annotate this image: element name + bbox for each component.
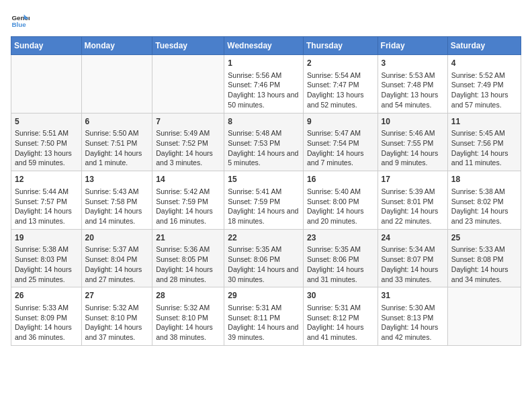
calendar-cell: 18 Sunrise: 5:38 AM Sunset: 8:02 PM Dayl… [447, 171, 521, 230]
daylight-text: Daylight: 14 hours and 33 minutes. [382, 265, 444, 284]
sunrise-text: Sunrise: 5:49 AM [156, 128, 220, 138]
daylight-text: Daylight: 14 hours and 5 minutes. [228, 148, 300, 168]
calendar-cell: 26 Sunrise: 5:33 AM Sunset: 8:09 PM Dayl… [11, 287, 82, 346]
sunrise-text: Sunrise: 5:31 AM [307, 303, 374, 313]
sunset-text: Sunset: 7:59 PM [156, 197, 220, 207]
day-number: 12 [15, 174, 78, 185]
sunset-text: Sunset: 8:11 PM [228, 313, 300, 323]
day-number: 23 [307, 232, 374, 244]
sunset-text: Sunset: 7:51 PM [85, 138, 149, 148]
sunrise-text: Sunrise: 5:33 AM [15, 303, 78, 313]
calendar-cell: 25 Sunrise: 5:33 AM Sunset: 8:08 PM Dayl… [447, 229, 521, 287]
calendar-cell: 2 Sunrise: 5:54 AM Sunset: 7:47 PM Dayli… [303, 55, 378, 113]
calendar-cell: 24 Sunrise: 5:34 AM Sunset: 8:07 PM Dayl… [378, 229, 447, 287]
day-number: 1 [228, 58, 300, 69]
sunrise-text: Sunrise: 5:45 AM [451, 128, 517, 138]
day-number: 2 [307, 58, 374, 69]
calendar-cell [81, 55, 152, 113]
day-number: 9 [307, 116, 374, 128]
daylight-text: Daylight: 14 hours and 11 minutes. [451, 148, 517, 168]
day-number: 20 [85, 232, 149, 244]
daylight-text: Daylight: 14 hours and 23 minutes. [451, 206, 517, 226]
calendar-cell: 3 Sunrise: 5:53 AM Sunset: 7:48 PM Dayli… [378, 55, 447, 113]
sunset-text: Sunset: 7:54 PM [307, 138, 374, 148]
daylight-text: Daylight: 14 hours and 34 minutes. [451, 265, 517, 284]
calendar-header-row: SundayMondayTuesdayWednesdayThursdayFrid… [11, 37, 521, 55]
sunset-text: Sunset: 7:50 PM [15, 138, 78, 148]
calendar-cell: 8 Sunrise: 5:48 AM Sunset: 7:53 PM Dayli… [224, 113, 304, 171]
sunset-text: Sunset: 7:53 PM [228, 138, 300, 148]
day-number: 7 [156, 116, 220, 128]
sunset-text: Sunset: 7:55 PM [382, 138, 444, 148]
week-row-0: 1 Sunrise: 5:56 AM Sunset: 7:46 PM Dayli… [11, 55, 521, 113]
daylight-text: Daylight: 14 hours and 37 minutes. [85, 322, 149, 342]
daylight-text: Daylight: 14 hours and 42 minutes. [382, 322, 444, 342]
sunrise-text: Sunrise: 5:46 AM [382, 128, 444, 138]
sunset-text: Sunset: 8:00 PM [307, 197, 374, 207]
daylight-text: Daylight: 14 hours and 27 minutes. [85, 265, 149, 284]
sunrise-text: Sunrise: 5:32 AM [85, 303, 149, 313]
daylight-text: Daylight: 14 hours and 36 minutes. [15, 322, 78, 342]
sunrise-text: Sunrise: 5:30 AM [382, 303, 444, 313]
sunset-text: Sunset: 8:07 PM [382, 255, 444, 265]
daylight-text: Daylight: 14 hours and 28 minutes. [156, 265, 220, 284]
calendar-cell [152, 55, 224, 113]
sunrise-text: Sunrise: 5:50 AM [85, 128, 149, 138]
calendar-cell: 28 Sunrise: 5:32 AM Sunset: 8:10 PM Dayl… [152, 287, 224, 346]
day-number: 17 [382, 174, 444, 185]
calendar-cell: 1 Sunrise: 5:56 AM Sunset: 7:46 PM Dayli… [224, 55, 304, 113]
daylight-text: Daylight: 14 hours and 25 minutes. [15, 265, 78, 284]
calendar-cell [447, 287, 521, 346]
calendar-cell [11, 55, 82, 113]
daylight-text: Daylight: 13 hours and 59 minutes. [15, 148, 78, 168]
header: General Blue [11, 11, 521, 30]
day-number: 28 [156, 290, 220, 302]
sunset-text: Sunset: 8:01 PM [382, 197, 444, 207]
sunrise-text: Sunrise: 5:43 AM [85, 187, 149, 197]
sunset-text: Sunset: 8:06 PM [228, 255, 300, 265]
calendar-cell: 7 Sunrise: 5:49 AM Sunset: 7:52 PM Dayli… [152, 113, 224, 171]
sunset-text: Sunset: 7:46 PM [228, 80, 300, 90]
calendar-cell: 20 Sunrise: 5:37 AM Sunset: 8:04 PM Dayl… [81, 229, 152, 287]
daylight-text: Daylight: 14 hours and 7 minutes. [307, 148, 374, 168]
calendar-cell: 30 Sunrise: 5:31 AM Sunset: 8:12 PM Dayl… [303, 287, 378, 346]
day-number: 5 [15, 116, 78, 128]
day-number: 30 [307, 290, 374, 302]
daylight-text: Daylight: 14 hours and 31 minutes. [307, 265, 374, 284]
daylight-text: Daylight: 14 hours and 9 minutes. [382, 148, 444, 168]
sunset-text: Sunset: 8:10 PM [85, 313, 149, 323]
sunset-text: Sunset: 7:49 PM [451, 80, 517, 90]
day-number: 22 [228, 232, 300, 244]
week-row-2: 12 Sunrise: 5:44 AM Sunset: 7:57 PM Dayl… [11, 171, 521, 230]
logo-icon: General Blue [11, 11, 30, 30]
daylight-text: Daylight: 13 hours and 57 minutes. [451, 90, 517, 109]
sunrise-text: Sunrise: 5:38 AM [451, 187, 517, 197]
calendar-cell: 13 Sunrise: 5:43 AM Sunset: 7:58 PM Dayl… [81, 171, 152, 230]
sunset-text: Sunset: 8:04 PM [85, 255, 149, 265]
sunrise-text: Sunrise: 5:38 AM [15, 244, 78, 255]
day-number: 8 [228, 116, 300, 128]
sunrise-text: Sunrise: 5:37 AM [85, 244, 149, 255]
sunset-text: Sunset: 8:05 PM [156, 255, 220, 265]
calendar-cell: 10 Sunrise: 5:46 AM Sunset: 7:55 PM Dayl… [378, 113, 447, 171]
sunset-text: Sunset: 8:03 PM [15, 255, 78, 265]
day-number: 21 [156, 232, 220, 244]
week-row-4: 26 Sunrise: 5:33 AM Sunset: 8:09 PM Dayl… [11, 287, 521, 346]
header-sunday: Sunday [11, 37, 82, 55]
daylight-text: Daylight: 14 hours and 3 minutes. [156, 148, 220, 168]
header-friday: Friday [378, 37, 447, 55]
daylight-text: Daylight: 14 hours and 39 minutes. [228, 322, 300, 342]
calendar-cell: 22 Sunrise: 5:35 AM Sunset: 8:06 PM Dayl… [224, 229, 304, 287]
calendar-cell: 12 Sunrise: 5:44 AM Sunset: 7:57 PM Dayl… [11, 171, 82, 230]
calendar-cell: 14 Sunrise: 5:42 AM Sunset: 7:59 PM Dayl… [152, 171, 224, 230]
calendar-table: SundayMondayTuesdayWednesdayThursdayFrid… [11, 36, 521, 346]
sunrise-text: Sunrise: 5:52 AM [451, 71, 517, 81]
day-number: 19 [15, 232, 78, 244]
header-tuesday: Tuesday [152, 37, 224, 55]
sunset-text: Sunset: 7:52 PM [156, 138, 220, 148]
daylight-text: Daylight: 13 hours and 54 minutes. [382, 90, 444, 109]
sunset-text: Sunset: 8:06 PM [307, 255, 374, 265]
day-number: 3 [382, 58, 444, 69]
daylight-text: Daylight: 13 hours and 52 minutes. [307, 90, 374, 109]
sunrise-text: Sunrise: 5:56 AM [228, 71, 300, 81]
